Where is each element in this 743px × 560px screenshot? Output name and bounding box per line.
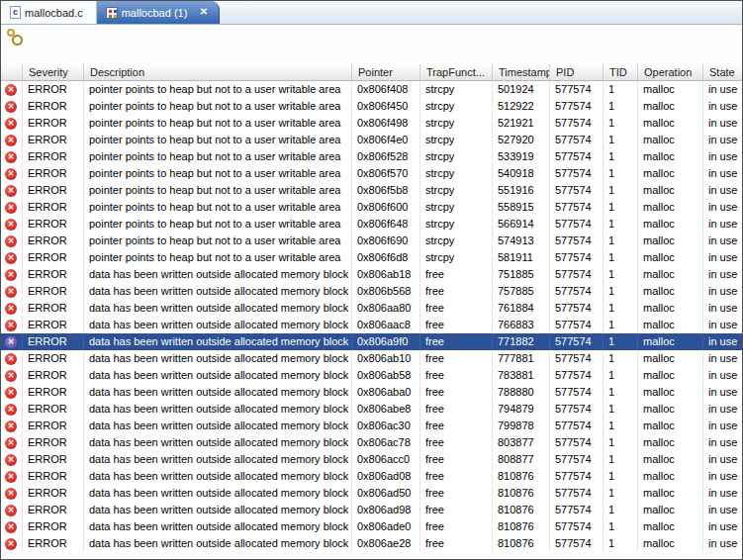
cell-severity-icon: ✕ <box>1 81 23 98</box>
cell-severity-icon: ✕ <box>1 485 23 502</box>
cell-timestamp: 766883 <box>493 317 550 333</box>
cell-trap: free <box>420 401 493 418</box>
column-header-tid[interactable]: TID <box>604 64 638 81</box>
cell-pid: 577574 <box>550 333 604 350</box>
cell-pid: 577574 <box>550 199 604 216</box>
column-header-pid[interactable]: PID <box>550 64 604 81</box>
cell-tid: 1 <box>604 451 638 468</box>
cell-severity-icon: ✕ <box>1 283 23 300</box>
cell-pointer: 0x806ae28 <box>352 535 420 552</box>
table-row[interactable]: ✕ERRORdata has been written outside allo… <box>1 434 742 451</box>
table-row[interactable]: ✕ERRORpointer points to heap but not to … <box>1 98 742 115</box>
cell-severity: ERROR <box>23 350 84 367</box>
cell-tid: 1 <box>604 98 638 115</box>
cell-trap: strcpy <box>420 249 493 266</box>
table-row[interactable]: ✕ERRORdata has been written outside allo… <box>1 518 742 535</box>
cell-state: in use <box>703 199 742 216</box>
cell-operation: malloc <box>638 148 703 165</box>
cell-operation: malloc <box>638 283 703 300</box>
cell-state: in use <box>703 81 742 98</box>
cell-state: in use <box>703 300 742 317</box>
table-row[interactable]: ✕ERRORdata has been written outside allo… <box>1 535 742 552</box>
table-row[interactable]: ✕ERRORpointer points to heap but not to … <box>1 182 742 199</box>
cell-description: data has been written outside allocated … <box>84 333 352 350</box>
column-header-state[interactable]: State <box>703 64 742 81</box>
cell-timestamp: 501924 <box>493 81 550 98</box>
cell-pid: 577574 <box>550 317 604 333</box>
cell-operation: malloc <box>638 350 703 367</box>
table-row[interactable]: ✕ERRORdata has been written outside allo… <box>1 350 742 367</box>
cell-tid: 1 <box>604 518 638 535</box>
cell-state: in use <box>703 434 742 451</box>
cell-timestamp: 810876 <box>493 485 550 502</box>
tab-mallocbad-1[interactable]: mallocbad (1) ✕ <box>97 1 221 24</box>
table-row-selected[interactable]: ✕ERRORdata has been written outside allo… <box>1 333 742 350</box>
table-row[interactable]: ✕ERRORpointer points to heap but not to … <box>1 249 742 266</box>
table-row[interactable]: ✕ERRORdata has been written outside allo… <box>1 418 742 434</box>
cell-state: in use <box>703 216 742 233</box>
error-icon: ✕ <box>5 286 17 298</box>
column-header-severity[interactable]: Severity <box>23 64 84 81</box>
cell-timestamp: 751885 <box>493 266 550 283</box>
table-row[interactable]: ✕ERRORpointer points to heap but not to … <box>1 199 742 216</box>
table-row[interactable]: ✕ERRORdata has been written outside allo… <box>1 283 742 300</box>
tab-mallocbad-c[interactable]: c mallocbad.c <box>1 1 97 24</box>
column-header-severity-icon[interactable] <box>1 64 23 81</box>
table-row[interactable]: ✕ERRORdata has been written outside allo… <box>1 502 742 518</box>
column-header-pointer[interactable]: Pointer <box>352 64 420 81</box>
cell-pointer: 0x806b568 <box>352 283 420 300</box>
cell-tid: 1 <box>604 81 638 98</box>
table-row[interactable]: ✕ERRORdata has been written outside allo… <box>1 451 742 468</box>
table-row[interactable]: ✕ERRORdata has been written outside allo… <box>1 401 742 418</box>
column-header-trapfunct-[interactable]: TrapFunct... <box>420 64 493 81</box>
table-row[interactable]: ✕ERRORdata has been written outside allo… <box>1 485 742 502</box>
table-row[interactable]: ✕ERRORdata has been written outside allo… <box>1 384 742 401</box>
cell-trap: free <box>420 485 493 502</box>
close-icon[interactable]: ✕ <box>197 6 210 19</box>
cell-pid: 577574 <box>550 401 604 418</box>
table-row[interactable]: ✕ERRORpointer points to heap but not to … <box>1 81 742 98</box>
cell-severity-icon: ✕ <box>1 384 23 401</box>
cell-trap: strcpy <box>420 199 493 216</box>
table-row[interactable]: ✕ERRORdata has been written outside allo… <box>1 266 742 283</box>
error-icon: ✕ <box>5 505 17 516</box>
cell-tid: 1 <box>604 350 638 367</box>
decorative-rings-icon <box>7 29 15 37</box>
cell-tid: 1 <box>604 132 638 148</box>
cell-operation: malloc <box>638 502 703 518</box>
table-row[interactable]: ✕ERRORpointer points to heap but not to … <box>1 165 742 182</box>
cell-description: pointer points to heap but not to a user… <box>84 115 352 132</box>
table-row[interactable]: ✕ERRORdata has been written outside allo… <box>1 317 742 333</box>
table-row[interactable]: ✕ERRORpointer points to heap but not to … <box>1 115 742 132</box>
cell-severity-icon: ✕ <box>1 115 23 132</box>
cell-description: data has been written outside allocated … <box>84 434 352 451</box>
cell-severity: ERROR <box>23 148 84 165</box>
cell-timestamp: 581911 <box>493 249 550 266</box>
cell-state: in use <box>703 182 742 199</box>
cell-trap: strcpy <box>420 132 493 148</box>
table-row[interactable]: ✕ERRORpointer points to heap but not to … <box>1 132 742 148</box>
cell-pointer: 0x806f4e0 <box>352 132 420 148</box>
cell-operation: malloc <box>638 485 703 502</box>
error-icon: ✕ <box>5 135 17 146</box>
cell-operation: malloc <box>638 535 703 552</box>
cell-pid: 577574 <box>550 266 604 283</box>
cell-state: in use <box>703 266 742 283</box>
cell-description: data has been written outside allocated … <box>84 418 352 434</box>
column-header-timestamp[interactable]: Timestamp <box>493 64 550 81</box>
table-row[interactable]: ✕ERRORdata has been written outside allo… <box>1 468 742 485</box>
column-header-operation[interactable]: Operation <box>638 64 703 81</box>
table-row[interactable]: ✕ERRORpointer points to heap but not to … <box>1 233 742 249</box>
table-row[interactable]: ✕ERRORpointer points to heap but not to … <box>1 148 742 165</box>
cell-timestamp: 512922 <box>493 98 550 115</box>
cell-state: in use <box>703 283 742 300</box>
error-icon: ✕ <box>5 387 17 399</box>
cell-severity: ERROR <box>23 367 84 384</box>
table-row[interactable]: ✕ERRORdata has been written outside allo… <box>1 300 742 317</box>
table-row[interactable]: ✕ERRORdata has been written outside allo… <box>1 367 742 384</box>
column-header-description[interactable]: Description <box>84 64 352 81</box>
cell-pid: 577574 <box>550 468 604 485</box>
table-row[interactable]: ✕ERRORpointer points to heap but not to … <box>1 216 742 233</box>
cell-pointer: 0x806ade0 <box>352 518 420 535</box>
cell-severity: ERROR <box>23 132 84 148</box>
